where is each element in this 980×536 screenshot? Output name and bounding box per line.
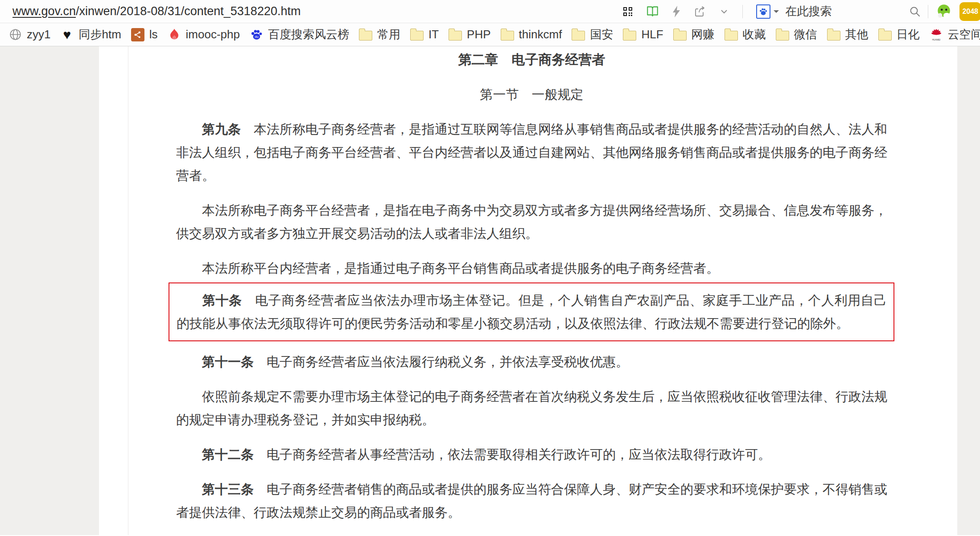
engine-caret-icon[interactable]	[774, 10, 779, 16]
paragraph: 依照前条规定不需要办理市场主体登记的电子商务经营者在首次纳税义务发生后，应当依照…	[176, 385, 887, 431]
article-number: 第九条	[202, 122, 254, 136]
user-avatar[interactable]	[935, 3, 952, 20]
chapter-title: 第二章 电子商务经营者	[176, 48, 887, 71]
bookmark-tongbu-htm[interactable]: ♥ 同步htm	[55, 23, 126, 46]
paragraph-text: 电子商务经营者销售的商品或者提供的服务应当符合保障人身、财产安全的要求和环境保护…	[176, 482, 887, 520]
highlight-box-article-10: 第十条 电子商务经营者应当依法办理市场主体登记。但是，个人销售自产农副产品、家庭…	[169, 282, 894, 341]
flame-icon	[168, 28, 181, 41]
globe-icon	[8, 28, 22, 41]
bookmark-folder-rihua[interactable]: 日化	[873, 23, 925, 46]
svg-text:du: du	[255, 35, 259, 39]
bookmark-folder-weixin[interactable]: 微信	[771, 23, 822, 46]
folder-icon	[827, 31, 840, 41]
paragraph-text: 本法所称平台内经营者，是指通过电子商务平台销售商品或者提供服务的电子商务经营者。	[202, 261, 719, 275]
heart-icon: ♥	[60, 28, 74, 41]
bookmark-label: 微信	[794, 27, 817, 42]
folder-icon	[776, 31, 789, 41]
bookmark-zyy1[interactable]: zyy1	[4, 23, 55, 46]
bookmark-label: 国安	[590, 27, 613, 42]
toolbar-divider	[742, 5, 743, 18]
article-number: 第十一条	[202, 355, 267, 369]
reading-mode-book-icon[interactable]	[646, 5, 659, 17]
bookmark-label: HLF	[641, 28, 663, 41]
folder-icon	[572, 31, 585, 41]
paragraph-text: 本法所称电子商务平台经营者，是指在电子商务中为交易双方或者多方提供网络经营场所、…	[176, 203, 887, 241]
article-number: 第十条	[202, 293, 255, 307]
folder-icon	[410, 31, 424, 41]
url-text[interactable]: www.gov.cn/xinwen/2018-08/31/content_531…	[12, 4, 301, 18]
baidu-paw-icon: du	[250, 28, 263, 41]
bookmark-label: ls	[149, 28, 158, 41]
article-number: 第十三条	[202, 482, 267, 496]
bookmark-folder-php[interactable]: PHP	[444, 23, 495, 46]
folder-icon	[449, 31, 462, 41]
bookmark-label: IT	[428, 28, 439, 41]
qrcode-icon[interactable]	[622, 6, 633, 17]
bookmark-label: zyy1	[27, 28, 50, 41]
baidu-engine-icon[interactable]	[756, 4, 770, 19]
bookmark-label: 百度搜索风云榜	[268, 27, 349, 42]
baidu-search-box	[756, 4, 921, 19]
bookmark-imooc-php[interactable]: imooc-php	[163, 23, 245, 46]
paragraph-text: 电子商务经营者从事经营活动，依法需要取得相关行政许可的，应当依法取得行政许可。	[267, 447, 771, 462]
paragraph-text: 本法所称电子商务经营者，是指通过互联网等信息网络从事销售商品或者提供服务的经营活…	[176, 122, 887, 183]
paragraph-article-9: 第九条 本法所称电子商务经营者，是指通过互联网等信息网络从事销售商品或者提供服务…	[176, 118, 887, 187]
section-title: 第一节 一般规定	[176, 83, 887, 106]
toolbar-search-input[interactable]	[785, 4, 909, 18]
address-bar: www.gov.cn/xinwen/2018-08/31/content_531…	[0, 0, 980, 23]
bookmark-folder-it[interactable]: IT	[405, 23, 444, 46]
bookmarks-bar: zyy1 ♥ 同步htm ls imooc-php du 百度搜索风云榜 常用 …	[0, 23, 980, 46]
toolbar-tail: 2048	[928, 2, 976, 21]
bookmark-label: 网赚	[692, 27, 715, 42]
bookmark-folder-thinkcmf[interactable]: thinkcmf	[496, 23, 567, 46]
bookmark-label: 同步htm	[78, 27, 121, 42]
share-node-icon	[131, 28, 144, 41]
paragraph-text: 电子商务经营者应当依法履行纳税义务，并依法享受税收优惠。	[267, 355, 629, 369]
paragraph: 本法所称电子商务平台经营者，是指在电子商务中为交易双方或者多方提供网络经营场所、…	[176, 199, 887, 245]
paragraph-article-12: 第十二条 电子商务经营者从事经营活动，依法需要取得相关行政许可的，应当依法取得行…	[176, 443, 887, 466]
bookmark-label: thinkcmf	[519, 28, 562, 41]
share-icon[interactable]	[694, 6, 706, 17]
folder-icon	[878, 31, 892, 41]
paragraph: 本法所称平台内经营者，是指通过电子商务平台销售商品或者提供服务的电子商务经营者。	[176, 257, 887, 280]
bookmark-baidu-fengyunbang[interactable]: du 百度搜索风云榜	[245, 23, 354, 46]
bookmark-folder-qita[interactable]: 其他	[822, 23, 873, 46]
chevron-down-icon[interactable]	[719, 7, 729, 16]
url-domain: www.gov.cn	[12, 4, 76, 18]
browser-viewport: 第二章 电子商务经营者 第一节 一般规定 第九条 本法所称电子商务经营者，是指通…	[0, 46, 980, 535]
paragraph-article-13: 第十三条 电子商务经营者销售的商品或者提供的服务应当符合保障人身、财产安全的要求…	[176, 478, 887, 524]
bookmark-label: PHP	[467, 28, 490, 41]
folder-icon	[673, 31, 687, 41]
bookmark-label: 收藏	[743, 27, 766, 42]
webpage-canvas: 第二章 电子商务经营者 第一节 一般规定 第九条 本法所称电子商务经营者，是指通…	[99, 46, 957, 535]
lightning-icon[interactable]	[672, 6, 681, 17]
folder-icon	[623, 31, 636, 41]
page-left-rule	[128, 46, 128, 535]
toolbar-divider	[928, 5, 928, 18]
bookmark-label: imooc-php	[186, 28, 240, 41]
bookmark-ls[interactable]: ls	[126, 23, 163, 46]
bookmark-label: 日化	[897, 27, 920, 42]
search-icon[interactable]	[909, 6, 921, 17]
toolbar-actions: 2048	[622, 2, 976, 21]
article-body: 第二章 电子商务经营者 第一节 一般规定 第九条 本法所称电子商务经营者，是指通…	[176, 46, 887, 524]
url-path: /xinwen/2018-08/31/content_5318220.htm	[76, 4, 301, 18]
paragraph-article-11: 第十一条 电子商务经营者应当依法履行纳税义务，并依法享受税收优惠。	[176, 350, 887, 373]
paragraph-text: 依照前条规定不需要办理市场主体登记的电子商务经营者在首次纳税义务发生后，应当依照…	[176, 389, 887, 427]
bookmark-folder-guoan[interactable]: 国安	[567, 23, 618, 46]
svg-text:HUAWEI: HUAWEI	[932, 39, 940, 41]
bookmark-huawei-cloud[interactable]: HUAWEI 云空间	[925, 23, 980, 46]
huawei-logo-icon: HUAWEI	[930, 28, 943, 41]
paragraph-article-10: 第十条 电子商务经营者应当依法办理市场主体登记。但是，个人销售自产农副产品、家庭…	[177, 289, 887, 335]
bookmark-folder-changyong[interactable]: 常用	[354, 23, 405, 46]
folder-icon	[725, 31, 738, 41]
bookmark-folder-hlf[interactable]: HLF	[618, 23, 668, 46]
article-number: 第十二条	[202, 447, 267, 462]
bookmark-folder-wangzhuan[interactable]: 网赚	[668, 23, 720, 46]
bookmark-folder-shoucang[interactable]: 收藏	[720, 23, 771, 46]
folder-icon	[359, 31, 372, 41]
bookmark-label: 常用	[377, 27, 400, 42]
extension-badge-2048[interactable]: 2048	[959, 2, 980, 21]
folder-icon	[501, 31, 514, 41]
bookmark-label: 云空间	[948, 27, 980, 42]
